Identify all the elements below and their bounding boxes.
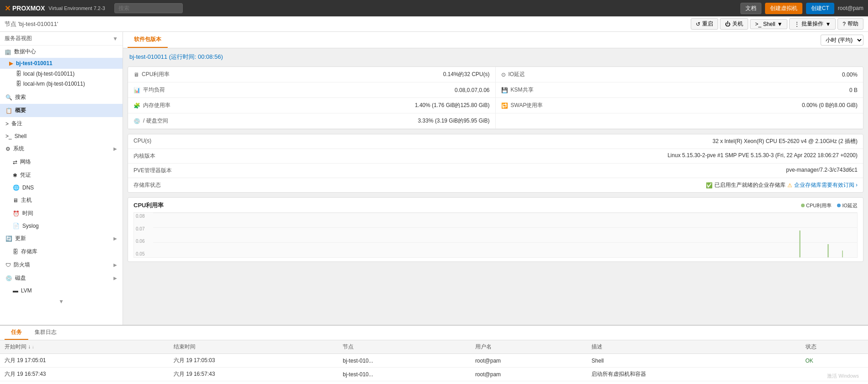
sidebar-item-network[interactable]: ⇄ 网络 <box>0 155 123 169</box>
col-start-time[interactable]: 开始时间 ↓ <box>0 340 169 354</box>
firewall-arrow: ▶ <box>113 262 117 267</box>
row1-start: 六月 19 17:05:01 <box>0 354 169 368</box>
sidebar-item-dns[interactable]: 🌐 DNS <box>0 182 123 194</box>
sidebar-item-summary[interactable]: 📋 概要 <box>0 104 123 117</box>
sidebar-item-system[interactable]: ⚙ 系统 ▶ <box>0 142 123 155</box>
storage-link[interactable]: 企业存储库需要有效订阅 › <box>794 181 858 189</box>
pve-info-row: PVE管理器版本 pve-manager/7.2-3/c743d6c1 <box>128 164 863 178</box>
cpu-info-value: 32 x Intel(R) Xeon(R) CPU E5-2620 v4 @ 2… <box>197 138 858 145</box>
chart-title: CPU利用率 <box>134 201 164 210</box>
row1-desc: Shell <box>587 354 801 368</box>
hosts-icon: 🖥 <box>13 197 18 204</box>
create-vm-button[interactable]: 创建虚拟机 <box>765 3 802 14</box>
col-node[interactable]: 节点 <box>338 340 471 354</box>
sidebar-item-datacenter[interactable]: 🏢 数据中心 <box>0 46 123 58</box>
col-user[interactable]: 用户名 <box>471 340 587 354</box>
ksm-value: 0 B <box>849 87 858 93</box>
sidebar-scroll-down[interactable]: ▼ <box>0 297 123 307</box>
sidebar-item-disks[interactable]: 💿 磁盘 ▶ <box>0 271 123 285</box>
shutdown-button[interactable]: ⏻ 关机 <box>720 18 748 30</box>
cpu-spike-2 <box>827 244 829 257</box>
col-status[interactable]: 状态 <box>801 340 868 354</box>
network-icon: ⇄ <box>13 159 17 165</box>
kernel-info-label: 内核版本 <box>134 152 197 160</box>
summary-content: bj-test-010011 (运行时间: 00:08:56) 🖥 CPU利用率… <box>123 48 868 325</box>
disk-value: 3.33% (3.19 GiB的95.95 GiB) <box>418 117 489 125</box>
sidebar-item-certs[interactable]: ✱ 凭证 <box>0 169 123 182</box>
bottom-tab-cluster-log[interactable]: 集群日志 <box>28 326 63 340</box>
sidebar-item-storage2[interactable]: 🗄 local-lvm (bj-test-010011) <box>0 79 123 89</box>
ksm-icon: 💾 <box>501 87 508 93</box>
ksm-label: 💾 KSM共享 <box>501 86 534 94</box>
docs-button[interactable]: 文档 <box>740 3 761 14</box>
sidebar-item-node[interactable]: ▶ bj-test-010011 <box>0 58 123 69</box>
windows-watermark: 激活 Windows <box>827 373 859 379</box>
system-icon: ⚙ <box>5 146 10 152</box>
sidebar-item-search[interactable]: 🔍 搜索 <box>0 91 123 104</box>
row2-desc: 启动所有虚拟机和容器 <box>587 368 801 381</box>
cpu-stat-cell: 🖥 CPU利用率 0.14%的32 CPU(s) <box>128 67 496 82</box>
create-ct-button[interactable]: 创建CT <box>806 3 834 14</box>
updates-arrow: ▶ <box>113 236 117 241</box>
sidebar-item-lvm[interactable]: ▬ LVM <box>0 285 123 297</box>
stats-grid: 🖥 CPU利用率 0.14%的32 CPU(s) ⊙ IO延迟 0.00% 📊 <box>128 67 863 129</box>
storage2-label: local-lvm (bj-test-010011) <box>23 81 85 87</box>
time-icon: ⏰ <box>13 210 20 217</box>
sidebar-item-updates[interactable]: 🔄 更新 ▶ <box>0 232 123 245</box>
cpu-icon: 🖥 <box>134 72 139 78</box>
search-input[interactable] <box>114 3 183 13</box>
col-end-time[interactable]: 结束时间 <box>169 340 338 354</box>
tasks-table: 开始时间 ↓ 结束时间 节点 用户名 描述 状态 六月 19 17:05:01 … <box>0 340 868 381</box>
shell-button[interactable]: >_ Shell ▼ <box>750 19 787 29</box>
shell-icon: >_ <box>5 133 12 139</box>
help-button[interactable]: ? 帮助 <box>837 18 863 30</box>
cpu-label: 🖥 CPU利用率 <box>134 71 169 78</box>
cpu-value: 0.14%的32 CPU(s) <box>443 71 489 78</box>
row2-user: root@pam <box>471 368 587 381</box>
bottom-table: 开始时间 ↓ 结束时间 节点 用户名 描述 状态 六月 19 17:05:01 … <box>0 340 868 384</box>
content-tab-right: 小时 (平均) 天 (平均) 周 (平均) 月 (平均) 年 (平均) <box>821 32 863 48</box>
grid-line-1 <box>153 213 857 213</box>
sidebar-item-time[interactable]: ⏰ 时间 <box>0 207 123 220</box>
sidebar-item-firewall[interactable]: 🛡 防火墙 ▶ <box>0 258 123 271</box>
cpu-spike-3 <box>842 251 843 257</box>
io-delay-cell: ⊙ IO延迟 0.00% <box>496 67 863 82</box>
toolbar-title: 节点 'bj-test-010011' <box>5 20 689 28</box>
chart-legend: CPU利用率 IO延迟 <box>801 202 858 209</box>
empty-cell <box>496 113 863 129</box>
syslog-icon: 📄 <box>13 223 20 229</box>
storage1-label: local (bj-test-010011) <box>23 71 75 77</box>
tasks-table-header: 开始时间 ↓ 结束时间 节点 用户名 描述 状态 <box>0 340 868 354</box>
reboot-button[interactable]: ↺ 重启 <box>691 18 718 30</box>
disks-icon: 💿 <box>5 275 12 282</box>
storage1-icon: 🗄 <box>16 71 21 77</box>
swap-label: 🔁 SWAP使用率 <box>501 102 543 109</box>
bottom-tab-tasks[interactable]: 任务 <box>5 326 28 340</box>
dns-icon: 🌐 <box>13 184 20 191</box>
bottom-panel: 任务 集群日志 开始时间 ↓ 结束时间 节点 用户名 描述 状态 六月 19 1… <box>0 325 868 384</box>
sidebar-item-hosts[interactable]: 🖥 主机 <box>0 194 123 207</box>
batch-ops-button[interactable]: ⋮ 批量操作 ▼ <box>789 18 836 30</box>
sidebar-item-shell[interactable]: >_ Shell <box>0 130 123 142</box>
tab-software[interactable]: 软件包版本 <box>128 32 168 48</box>
storage-repo-icon: 🗄 <box>13 249 18 255</box>
sidebar-item-syslog[interactable]: 📄 Syslog <box>0 220 123 232</box>
sidebar-item-notes[interactable]: > 备注 <box>0 117 123 130</box>
sidebar-view-label: 服务器视图 <box>5 35 32 42</box>
sidebar-item-storage1[interactable]: 🗄 local (bj-test-010011) <box>0 69 123 79</box>
summary-title: bj-test-010011 (运行时间: 00:08:56) <box>128 53 863 61</box>
kernel-info-value: Linux 5.15.30-2-pve #1 SMP PVE 5.15.30-3… <box>197 152 858 160</box>
row2-node: bj-test-010... <box>338 368 471 381</box>
row2-end: 六月 19 16:57:43 <box>169 368 338 381</box>
sidebar: 服务器视图 ▼ 🏢 数据中心 ▶ bj-test-010011 🗄 local … <box>0 32 123 325</box>
sidebar-item-storage[interactable]: 🗄 存储库 <box>0 245 123 258</box>
col-desc[interactable]: 描述 <box>587 340 801 354</box>
sidebar-view-header: 服务器视图 ▼ <box>0 32 123 46</box>
chart-plot <box>153 213 857 257</box>
time-select[interactable]: 小时 (平均) 天 (平均) 周 (平均) 月 (平均) 年 (平均) <box>821 35 863 46</box>
info-grid: CPU(s) 32 x Intel(R) Xeon(R) CPU E5-2620… <box>128 134 863 193</box>
node-label: bj-test-010011 <box>16 60 52 67</box>
user-button[interactable]: root@pam <box>838 5 863 11</box>
pve-info-value: pve-manager/7.2-3/c743d6c1 <box>197 167 858 174</box>
lvm-icon: ▬ <box>13 287 18 294</box>
